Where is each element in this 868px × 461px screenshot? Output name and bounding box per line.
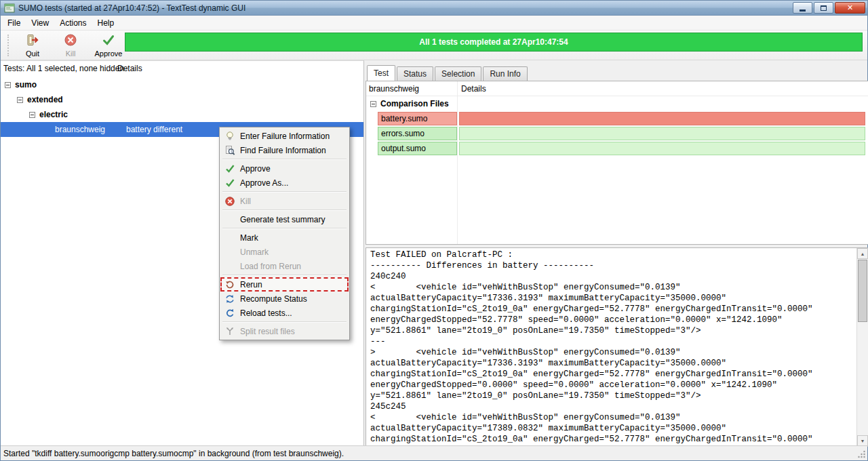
menu-item-enter-failure-information[interactable]: Enter Failure Information bbox=[220, 129, 349, 143]
diff-output[interactable]: Test FAILED on Palcraft-PC : ---------- … bbox=[368, 248, 856, 446]
menu-item-generate-test-summary[interactable]: Generate test summary bbox=[220, 212, 349, 226]
quit-button[interactable]: Quit bbox=[14, 32, 52, 59]
kill-button[interactable]: Kill bbox=[52, 32, 90, 59]
menu-item-split-result-files[interactable]: Split result files bbox=[220, 324, 349, 338]
tree-node-sumo[interactable]: sumo bbox=[1, 77, 363, 92]
menu-item-mark[interactable]: Mark bbox=[220, 230, 349, 245]
output-scrollbar[interactable]: ▲ ▼ bbox=[856, 248, 868, 446]
toolbar-handle[interactable] bbox=[7, 35, 9, 56]
no-icon bbox=[224, 247, 236, 258]
status-bar: Started "tkdiff battery.sumoorigcmp batt… bbox=[1, 445, 867, 460]
split-icon bbox=[224, 326, 236, 337]
minimize-button[interactable] bbox=[793, 2, 812, 14]
scrollbar-thumb[interactable] bbox=[858, 260, 867, 322]
file-name[interactable]: output.sumo bbox=[378, 142, 457, 155]
menubar: File View Actions Help bbox=[1, 16, 867, 31]
column-header-test-name: braunschweig bbox=[369, 84, 419, 94]
test-output-panel: Test FAILED on Palcraft-PC : ---------- … bbox=[366, 247, 868, 447]
menu-item-rerun[interactable]: Rerun bbox=[220, 277, 349, 292]
tree-node-extended[interactable]: extended bbox=[1, 92, 363, 107]
file-row-output[interactable]: output.sumo bbox=[366, 141, 868, 156]
comparison-files-group-row[interactable]: Comparison Files bbox=[366, 96, 868, 111]
tab-test[interactable]: Test bbox=[367, 65, 395, 81]
status-text: Started "tkdiff battery.sumoorigcmp batt… bbox=[3, 449, 344, 458]
menu-item-recompute-status[interactable]: Recompute Status bbox=[220, 292, 349, 306]
resize-grip[interactable] bbox=[856, 449, 867, 460]
kill-icon bbox=[224, 196, 236, 207]
no-icon bbox=[224, 261, 236, 272]
menu-view[interactable]: View bbox=[26, 17, 54, 29]
maximize-icon bbox=[821, 5, 827, 11]
tab-status[interactable]: Status bbox=[397, 66, 433, 81]
file-status-bar bbox=[459, 112, 865, 125]
scroll-down-icon[interactable]: ▼ bbox=[857, 435, 868, 446]
tab-selection[interactable]: Selection bbox=[435, 66, 481, 81]
menu-item-approve[interactable]: Approve bbox=[220, 161, 349, 176]
test-details: battery different bbox=[126, 125, 182, 134]
test-name: braunschweig bbox=[55, 125, 105, 134]
menu-item-label: Approve bbox=[240, 164, 271, 174]
menu-actions[interactable]: Actions bbox=[54, 17, 92, 29]
menu-separator bbox=[222, 228, 347, 229]
recompute-status-icon bbox=[224, 294, 236, 304]
menu-item-label: Find Failure Information bbox=[240, 146, 326, 155]
collapse-icon[interactable] bbox=[29, 112, 35, 118]
app-icon bbox=[4, 3, 15, 14]
file-row-battery[interactable]: battery.sumo bbox=[366, 111, 868, 126]
menu-item-label: Mark bbox=[240, 233, 258, 243]
window-controls: ✕ bbox=[793, 2, 865, 14]
scroll-up-icon[interactable]: ▲ bbox=[857, 248, 868, 259]
tree-node-electric[interactable]: electric bbox=[1, 107, 363, 122]
menu-separator bbox=[222, 159, 347, 160]
menu-item-label: Reload tests... bbox=[240, 308, 292, 318]
column-header-details: Details bbox=[461, 84, 486, 94]
node-label: sumo bbox=[15, 80, 37, 89]
files-table-header[interactable]: braunschweig Details bbox=[366, 81, 868, 96]
titlebar[interactable]: SUMO tests (started at 27Apr10:47:52) - … bbox=[1, 1, 867, 16]
reload-icon bbox=[224, 308, 236, 319]
details-column-header: Details bbox=[117, 64, 142, 73]
tab-run-info[interactable]: Run Info bbox=[483, 66, 527, 81]
file-name[interactable]: battery.sumo bbox=[378, 112, 457, 125]
context-menu: Enter Failure Information Find Failure I… bbox=[219, 127, 350, 340]
menu-item-approve-as[interactable]: Approve As... bbox=[220, 176, 349, 190]
file-row-errors[interactable]: errors.sumo bbox=[366, 126, 868, 141]
lightbulb-icon bbox=[224, 131, 236, 142]
window-title: SUMO tests (started at 27Apr10:47:52) - … bbox=[18, 3, 793, 13]
menu-item-unmark[interactable]: Unmark bbox=[220, 245, 349, 259]
tests-column-header: Tests: All 1 selected, none hidden bbox=[3, 64, 124, 73]
no-icon bbox=[224, 214, 236, 225]
progress-text: All 1 tests completed at 27Apr10:47:54 bbox=[419, 37, 568, 47]
collapse-icon[interactable] bbox=[370, 101, 376, 107]
comparison-files-table: braunschweig Details Comparison Files ba… bbox=[366, 81, 868, 245]
maximize-button[interactable] bbox=[814, 2, 833, 14]
node-label: electric bbox=[39, 110, 68, 119]
menu-separator bbox=[222, 275, 347, 276]
menu-item-find-failure-information[interactable]: Find Failure Information bbox=[220, 143, 349, 157]
menu-item-reload-tests[interactable]: Reload tests... bbox=[220, 306, 349, 320]
menu-file[interactable]: File bbox=[2, 17, 26, 29]
menu-help[interactable]: Help bbox=[92, 17, 120, 29]
menu-item-label: Rerun bbox=[240, 280, 262, 289]
quit-label: Quit bbox=[26, 49, 39, 58]
approve-button[interactable]: Approve bbox=[90, 32, 127, 59]
file-name[interactable]: errors.sumo bbox=[378, 127, 457, 140]
kill-icon bbox=[64, 33, 77, 49]
quit-icon bbox=[26, 33, 39, 49]
approve-check-icon bbox=[102, 33, 115, 49]
collapse-icon[interactable] bbox=[5, 82, 11, 88]
menu-item-label: Kill bbox=[240, 197, 251, 206]
menu-item-kill[interactable]: Kill bbox=[220, 194, 349, 208]
close-button[interactable]: ✕ bbox=[835, 2, 865, 14]
menu-item-label: Split result files bbox=[240, 327, 295, 336]
menu-item-label: Generate test summary bbox=[240, 215, 325, 224]
progress-bar: All 1 tests completed at 27Apr10:47:54 bbox=[125, 33, 863, 52]
results-tab-bar: Test Status Selection Run Info bbox=[367, 65, 529, 81]
menu-item-load-from-rerun[interactable]: Load from Rerun bbox=[220, 259, 349, 273]
collapse-icon[interactable] bbox=[17, 97, 23, 103]
approve-check-icon bbox=[224, 163, 236, 174]
tests-header[interactable]: Tests: All 1 selected, none hidden Detai… bbox=[1, 61, 363, 76]
find-icon bbox=[224, 145, 236, 156]
menu-separator bbox=[222, 191, 347, 193]
menu-item-label: Approve As... bbox=[240, 178, 288, 188]
